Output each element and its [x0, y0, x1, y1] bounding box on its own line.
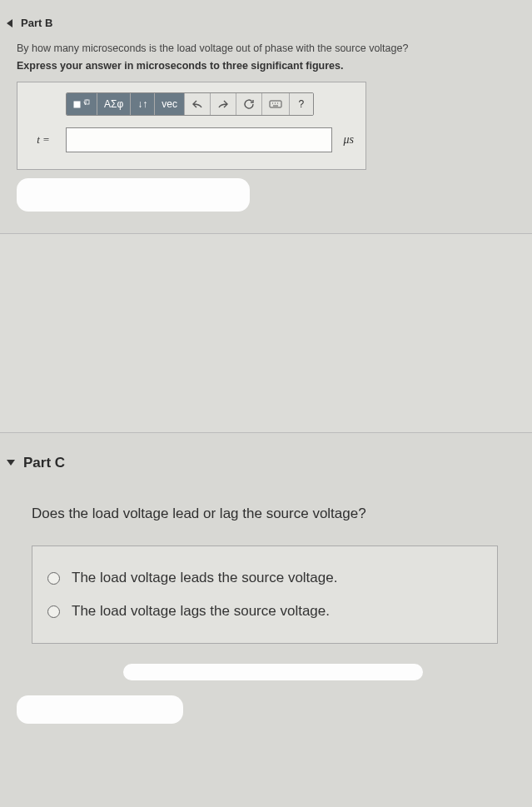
vec-button[interactable]: vec	[155, 93, 185, 115]
redacted-area	[17, 178, 250, 212]
reset-button[interactable]	[236, 93, 262, 115]
answer-input[interactable]	[66, 127, 332, 152]
part-b-title: Part B	[21, 17, 52, 29]
collapse-icon	[7, 460, 15, 466]
redacted-area	[17, 695, 183, 724]
choice-box: The load voltage leads the source voltag…	[32, 545, 498, 644]
choice-lead[interactable]: The load voltage leads the source voltag…	[44, 561, 485, 595]
redacted-area	[123, 664, 423, 680]
equation-toolbar: √ ΑΣφ ↓↑ vec ?	[66, 92, 314, 116]
part-c-section: Part C Does the load voltage lead or lag…	[0, 433, 532, 725]
part-c-question: Does the load voltage lead or lag the so…	[32, 503, 514, 525]
part-c-title: Part C	[23, 455, 65, 471]
template-button[interactable]: √	[67, 93, 97, 115]
part-c-header[interactable]: Part C	[7, 448, 514, 478]
part-b-section: Part B By how many microseconds is the l…	[0, 0, 532, 222]
svg-rect-3	[270, 101, 281, 107]
keyboard-button[interactable]	[262, 93, 290, 115]
unit-label: μs	[344, 133, 354, 147]
variable-label: t =	[29, 133, 57, 147]
part-b-header[interactable]: Part B	[7, 10, 517, 36]
svg-text:√: √	[83, 98, 87, 107]
radio-icon	[47, 605, 60, 618]
choice-label: The load voltage lags the source voltage…	[72, 603, 330, 620]
spacer	[0, 233, 532, 433]
symbols-button[interactable]: ΑΣφ	[97, 93, 131, 115]
redo-button[interactable]	[211, 93, 236, 115]
choice-lag[interactable]: The load voltage lags the source voltage…	[44, 595, 485, 628]
part-b-question: By how many microseconds is the load vol…	[17, 41, 517, 57]
help-button[interactable]: ?	[290, 93, 313, 115]
subsup-button[interactable]: ↓↑	[131, 93, 155, 115]
answer-box: √ ΑΣφ ↓↑ vec ? t = μs	[17, 82, 366, 170]
collapse-icon	[7, 19, 12, 27]
radio-icon	[47, 572, 60, 585]
choice-label: The load voltage leads the source voltag…	[72, 570, 337, 586]
input-row: t = μs	[29, 127, 354, 152]
undo-button[interactable]	[185, 93, 211, 115]
part-b-instruction: Express your answer in microseconds to t…	[17, 60, 517, 72]
svg-rect-0	[74, 102, 80, 107]
